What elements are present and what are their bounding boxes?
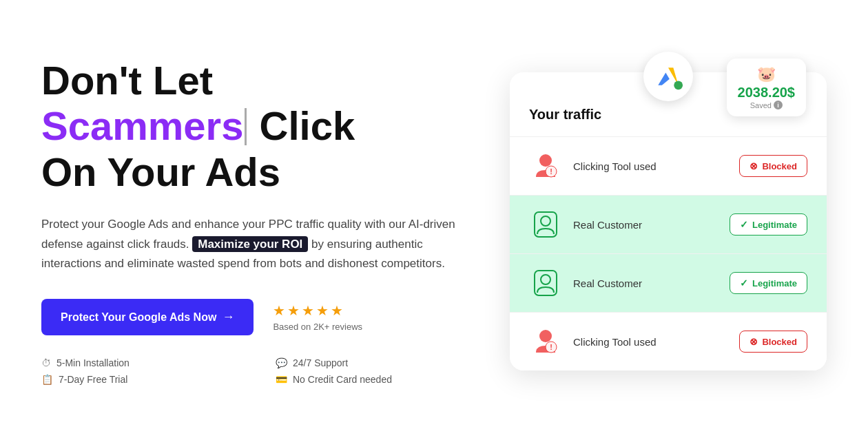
svg-point-11 [539,330,552,342]
traffic-rows: ! Clicking Tool used ⊗ Blocked [510,136,827,370]
reviews-block: ★ ★ ★ ★ ★ Based on 2K+ reviews [273,302,362,332]
traffic-card: Your traffic ! Clicking Tool used [510,72,827,370]
savings-label: Saved i [750,101,783,109]
status-badge-3: ⊗ Blocked [739,331,807,353]
feature-trial: 📋 7-Day Free Trial [41,374,234,385]
status-badge-2: ✓ Legitimate [730,272,807,294]
savings-amount: 2038.20$ [738,85,795,101]
avatar-real-2 [529,266,562,300]
traffic-label-3: Clicking Tool used [573,336,728,348]
cta-row: Protect Your Google Ads Now → ★ ★ ★ ★ ★ … [41,299,468,335]
legitimate-icon-1: ✓ [740,219,748,230]
chat-icon: 💬 [276,357,287,368]
status-text-3: Blocked [762,337,797,347]
traffic-row-3: ! Clicking Tool used ⊗ Blocked [510,312,827,370]
svg-text:!: ! [550,343,552,351]
clock-icon: ⏱ [41,357,51,368]
star-1: ★ [273,302,285,319]
subtext-highlight: Maximize your ROI [192,236,308,252]
blocked-icon-0: ⊗ [750,160,758,171]
real-avatar-svg-1 [530,209,561,240]
star-3: ★ [302,302,314,319]
feature-trial-text: 7-Day Free Trial [59,374,127,385]
feature-support-text: 24/7 Support [293,357,348,368]
features-grid: ⏱ 5-Min Installation 💬 24/7 Support 📋 7-… [41,357,468,385]
star-4: ★ [316,302,329,319]
bot-avatar-svg-3: ! [530,326,561,357]
protect-button[interactable]: Protect Your Google Ads Now → [41,299,254,335]
status-text-2: Legitimate [752,278,797,289]
status-text-0: Blocked [762,161,797,171]
traffic-row-0: ! Clicking Tool used ⊗ Blocked [510,136,827,195]
avatar-bot-3: ! [529,325,562,358]
page-container: Don't Let Scammers Click On Your Ads Pro… [0,0,868,429]
status-badge-0: ⊗ Blocked [739,155,807,177]
svg-point-10 [541,275,550,284]
real-avatar-svg-2 [530,268,561,298]
piggy-icon: 🐷 [757,65,776,83]
feature-no-card-text: No Credit Card needed [293,374,392,385]
feature-no-card: 💳 No Credit Card needed [276,374,468,385]
headline-line3: On Your Ads [41,149,280,194]
svg-point-3 [674,81,683,90]
stars-row: ★ ★ ★ ★ ★ [273,302,362,319]
avatar-real-1 [529,208,562,241]
status-badge-1: ✓ Legitimate [730,213,807,236]
subtext: Protect your Google Ads and enhance your… [41,215,468,275]
traffic-label-2: Real Customer [573,278,719,289]
ads-logo-svg [653,61,683,92]
reviews-text: Based on 2K+ reviews [273,322,362,332]
traffic-title: Your traffic [529,107,601,122]
arrow-icon: → [222,310,234,324]
status-text-1: Legitimate [752,220,797,230]
left-column: Don't Let Scammers Click On Your Ads Pro… [41,58,468,386]
protect-button-label: Protect Your Google Ads Now [61,311,216,324]
feature-installation-text: 5-Min Installation [56,357,130,368]
traffic-label-0: Clicking Tool used [573,160,728,172]
legitimate-icon-2: ✓ [740,278,748,289]
svg-point-4 [539,154,552,167]
savings-badge: 🐷 2038.20$ Saved i [727,59,806,116]
feature-installation: ⏱ 5-Min Installation [41,357,234,368]
avatar-bot-0: ! [529,149,562,182]
traffic-row-2: Real Customer ✓ Legitimate [510,253,827,312]
svg-text:!: ! [550,167,552,176]
traffic-row-1: Real Customer ✓ Legitimate [510,195,827,253]
traffic-label-1: Real Customer [573,219,719,231]
bot-avatar-svg-0: ! [530,151,561,181]
star-5: ★ [331,302,343,319]
feature-support: 💬 24/7 Support [276,357,468,368]
info-icon: i [774,101,783,109]
svg-marker-1 [658,73,670,85]
headline-line1: Don't Let [41,58,213,103]
headline-scammers: Scammers [41,103,243,148]
card-icon: 💳 [276,374,287,385]
headline-click: Click [260,103,355,148]
svg-point-8 [541,216,550,226]
right-column: 🐷 2038.20$ Saved i Your traffic [510,72,827,370]
cursor-bar [245,108,247,145]
blocked-icon-3: ⊗ [750,336,758,347]
google-ads-logo [643,52,693,101]
calendar-icon: 📋 [41,374,53,385]
star-2: ★ [287,302,300,319]
headline: Don't Let Scammers Click On Your Ads [41,58,468,196]
